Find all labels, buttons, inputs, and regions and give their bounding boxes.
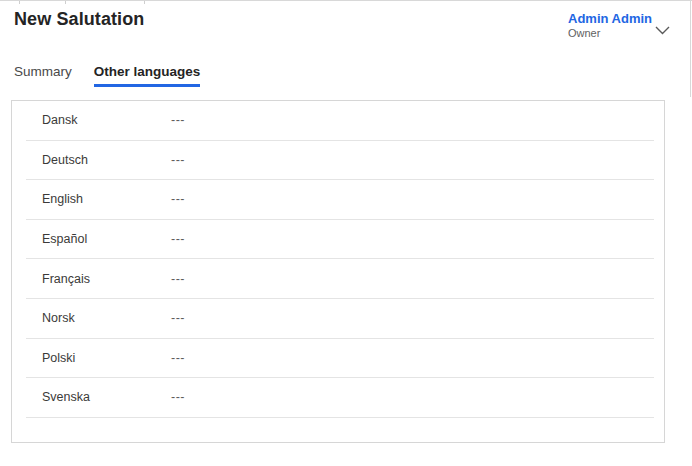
top-divider <box>0 0 692 1</box>
field-row-dansk: Dansk --- <box>26 101 654 141</box>
field-label: English <box>42 192 171 206</box>
owner-widget: Admin Admin Owner <box>568 11 652 40</box>
field-value[interactable]: --- <box>171 351 185 365</box>
owner-name-link[interactable]: Admin Admin <box>568 11 652 26</box>
field-row-norsk: Norsk --- <box>26 299 654 339</box>
field-label: Polski <box>42 351 171 365</box>
field-value[interactable]: --- <box>171 390 185 404</box>
other-languages-panel: Dansk --- Deutsch --- English --- Españo… <box>11 100 665 443</box>
right-edge-divider <box>690 0 691 97</box>
top-divider-tick <box>19 1 20 4</box>
form-screen: New Salutation Admin Admin Owner Summary… <box>0 0 692 466</box>
field-value[interactable]: --- <box>171 272 185 286</box>
field-value[interactable]: --- <box>171 113 185 127</box>
page-title: New Salutation <box>14 9 144 30</box>
field-label: Deutsch <box>42 153 171 167</box>
field-label: Français <box>42 272 171 286</box>
field-value[interactable]: --- <box>171 192 185 206</box>
field-value[interactable]: --- <box>171 232 185 246</box>
top-divider-tick <box>65 1 66 4</box>
tab-summary[interactable]: Summary <box>14 62 72 87</box>
chevron-down-icon[interactable] <box>653 24 671 36</box>
field-row-francais: Français --- <box>26 259 654 299</box>
field-label: Dansk <box>42 113 171 127</box>
field-value[interactable]: --- <box>171 153 185 167</box>
field-row-english: English --- <box>26 180 654 220</box>
field-row-espanol: Español --- <box>26 220 654 260</box>
field-row-polski: Polski --- <box>26 339 654 379</box>
field-label: Español <box>42 232 171 246</box>
tab-other-languages[interactable]: Other languages <box>94 62 201 87</box>
top-divider-tick <box>144 1 145 4</box>
field-label: Svenska <box>42 390 171 404</box>
field-label: Norsk <box>42 311 171 325</box>
field-row-svenska: Svenska --- <box>26 378 654 418</box>
tab-bar: Summary Other languages <box>14 62 200 87</box>
owner-role-label: Owner <box>568 27 652 40</box>
field-value[interactable]: --- <box>171 311 185 325</box>
field-row-deutsch: Deutsch --- <box>26 141 654 181</box>
